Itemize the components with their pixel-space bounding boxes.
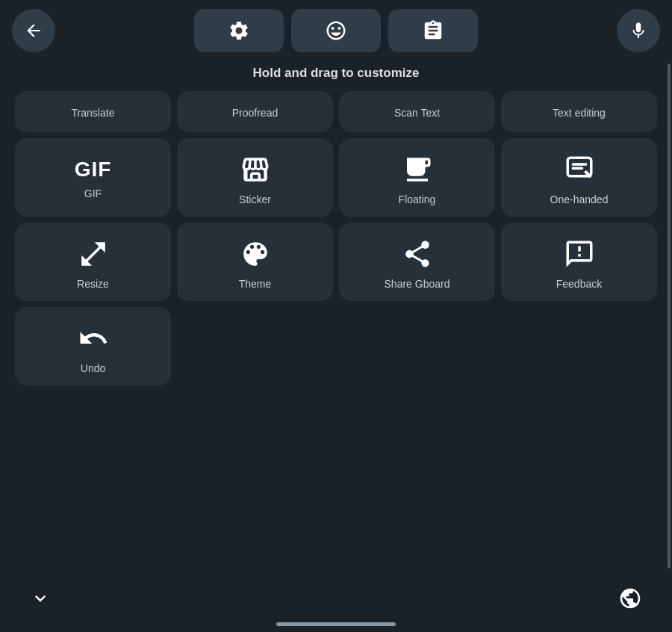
chevron-down-button[interactable] (30, 588, 51, 609)
one-handed-icon (561, 152, 597, 188)
grid-area: Translate Proofread Scan Text Text editi… (0, 91, 672, 385)
grid-item-sticker[interactable]: Sticker (177, 138, 333, 217)
feedback-label: Feedback (556, 278, 602, 290)
home-indicator (276, 622, 396, 626)
floating-label: Floating (399, 193, 436, 205)
scan-text-label: Scan Text (394, 107, 440, 119)
share-gboard-icon (399, 236, 435, 272)
top-icons (63, 9, 609, 52)
gif-label: GIF (84, 188, 102, 199)
floating-icon (399, 152, 435, 188)
settings-button[interactable] (194, 9, 284, 52)
grid-item-feedback[interactable]: Feedback (501, 223, 657, 301)
clipboard-button[interactable] (388, 9, 478, 52)
grid-item-proofread[interactable]: Proofread (177, 91, 333, 132)
undo-label: Undo (81, 362, 105, 374)
gif-icon: GIF (75, 158, 112, 182)
theme-label: Theme (239, 278, 272, 290)
grid-item-one-handed[interactable]: One-handed (501, 138, 657, 217)
sticker-icon (237, 152, 273, 188)
scrollbar-thumb (668, 63, 671, 569)
one-handed-label: One-handed (550, 193, 609, 205)
proofread-label: Proofread (232, 107, 278, 119)
emoji-button[interactable] (291, 9, 381, 52)
resize-label: Resize (77, 278, 109, 290)
grid-item-theme[interactable]: Theme (177, 223, 333, 301)
grid-item-share-gboard[interactable]: Share Gboard (339, 223, 495, 301)
sticker-label: Sticker (239, 193, 271, 205)
grid-item-resize[interactable]: Resize (15, 223, 171, 301)
translate-label: Translate (72, 107, 115, 119)
grid-item-gif[interactable]: GIF GIF (15, 138, 171, 217)
share-gboard-label: Share Gboard (385, 278, 450, 290)
undo-icon (75, 320, 111, 356)
scrollbar[interactable] (666, 0, 672, 632)
mic-button[interactable] (617, 9, 660, 52)
theme-icon (237, 236, 273, 272)
subtitle: Hold and drag to customize (0, 61, 672, 91)
grid-item-translate[interactable]: Translate (15, 91, 171, 132)
feedback-icon (561, 236, 597, 272)
top-bar (0, 0, 672, 61)
back-button[interactable] (12, 9, 55, 52)
grid-item-text-editing[interactable]: Text editing (501, 91, 657, 132)
text-editing-label: Text editing (553, 107, 606, 119)
grid-item-scan-text[interactable]: Scan Text (339, 91, 495, 132)
grid-item-floating[interactable]: Floating (339, 138, 495, 217)
resize-icon (75, 236, 111, 272)
grid-item-undo[interactable]: Undo (15, 307, 171, 385)
globe-button[interactable] (618, 586, 642, 610)
